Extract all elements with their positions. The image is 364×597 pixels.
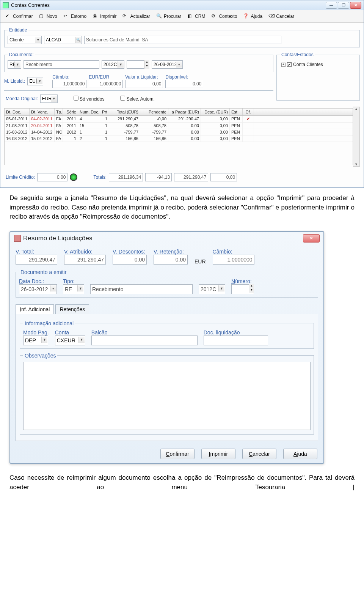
dialog-title: Resumo de Liquidações	[23, 235, 92, 242]
paragraph-2: Caso necessite de reimprimir algum docum…	[0, 468, 364, 498]
grid-documentos[interactable]: Dt. Doc. Dt. Venc. Tp. Série Num. Doc. P…	[4, 108, 353, 165]
modo-pag[interactable]	[23, 336, 48, 345]
vret	[154, 255, 188, 265]
btn-ajuda[interactable]: Ajuda	[283, 449, 317, 459]
conta[interactable]	[55, 336, 85, 345]
print-icon: 🖶	[93, 13, 99, 19]
table-row[interactable]: 16-03-201215-04-2012FA121156,86156,860,0…	[5, 135, 353, 142]
vtotal-label: V. Total:	[16, 249, 34, 255]
vdesc-label: V. Descontos:	[113, 249, 145, 255]
btn-cancelar[interactable]: Cancelar	[242, 449, 276, 459]
tipo[interactable]	[63, 284, 84, 294]
limite-credito-label: Limite Crédito:	[6, 175, 35, 180]
cambio	[213, 255, 254, 265]
observacoes-textarea[interactable]	[23, 362, 311, 430]
spin-up-icon[interactable]: ▲	[249, 284, 254, 288]
crm-icon: ◧	[187, 13, 193, 19]
cambio-label: Câmbio:	[52, 74, 69, 80]
window-title: Contas Correntes	[11, 2, 326, 8]
tb-novo[interactable]: ▢Novo	[36, 12, 60, 21]
mliquid-moeda[interactable]	[27, 77, 43, 85]
vatrib-label: V. Atribuído:	[64, 249, 93, 255]
cb-selec-autom[interactable]: Selec. Autom.	[120, 96, 154, 102]
vtotal	[16, 255, 57, 265]
tabs: Inf. Adicional Retenções	[16, 304, 318, 314]
minimize-button[interactable]: —	[326, 2, 337, 9]
grid-header: Dt. Doc. Dt. Venc. Tp. Série Num. Doc. P…	[5, 109, 353, 116]
tb-cancelar[interactable]: ⌫Cancelar	[266, 12, 297, 21]
tb-ajuda[interactable]: ❓Ajuda	[240, 12, 265, 21]
entidade-codigo[interactable]	[44, 36, 82, 44]
total-4	[210, 173, 237, 181]
total-2	[145, 173, 172, 181]
tb-estorno[interactable]: ↩Estorno	[61, 12, 89, 21]
doc-data[interactable]	[152, 60, 183, 69]
vatrib	[64, 255, 106, 265]
search-icon: 🔍	[156, 13, 162, 19]
fieldset-entidade: Entidade ▼ 🔍	[4, 27, 360, 47]
tb-procurar[interactable]: 🔍Procurar	[154, 12, 184, 21]
conta-label: Conta	[55, 329, 69, 336]
restore-button[interactable]: ❐	[338, 2, 349, 9]
info-ad-legend: Informação adicional	[23, 320, 75, 326]
scroll-down-icon[interactable]: ▼	[355, 162, 358, 166]
help-icon: ❓	[243, 13, 249, 19]
dialog-close-button[interactable]: ✕	[303, 234, 320, 243]
entidade-nome	[84, 36, 281, 44]
vret-label: V. Retenção:	[154, 249, 184, 255]
scrollbar[interactable]: ▲▼	[353, 107, 360, 167]
scroll-up-icon[interactable]: ▲	[355, 107, 358, 111]
data-doc-label: Data Doc.:	[19, 278, 44, 284]
fieldset-info-adicional: Informação adicional Modo Pag. ▼ Conta ▼…	[20, 320, 314, 349]
doc-serie[interactable]	[102, 60, 124, 69]
fieldset-contas-estados: Contas/Estados + ✔ Conta Clientes	[276, 52, 360, 101]
balcao[interactable]	[91, 336, 198, 345]
valor-liquidar	[125, 80, 163, 88]
titlebar[interactable]: Contas Correntes — ❐ ✕	[0, 0, 364, 10]
tree-node-label: Conta Clientes	[293, 62, 323, 67]
close-button[interactable]: ✕	[350, 2, 361, 9]
data-doc[interactable]	[19, 284, 57, 294]
cb-so-vencidos[interactable]: Só vencidos	[74, 96, 105, 102]
doc-tp[interactable]	[8, 60, 21, 69]
btn-imprimir[interactable]: Imprimir	[201, 449, 235, 459]
doc-tp-desc	[24, 60, 99, 69]
refresh-icon: ⟳	[122, 13, 129, 19]
tree-contas[interactable]: + ✔ Conta Clientes	[280, 60, 356, 69]
spin-up-icon[interactable]: ▲	[144, 60, 149, 65]
moeda-orig[interactable]	[40, 95, 58, 103]
table-row[interactable]: 21-03-201120-04-2011FA2011151508,78508,7…	[5, 123, 353, 129]
tb-actualizar[interactable]: ⟳Actualizar	[120, 12, 153, 21]
new-icon: ▢	[39, 13, 45, 19]
btn-confirmar[interactable]: Confirmar	[160, 449, 195, 459]
tb-crm[interactable]: ◧CRM	[185, 12, 208, 21]
tab-inf-adicional[interactable]: Inf. Adicional	[16, 304, 54, 314]
expand-icon[interactable]: +	[281, 63, 286, 67]
spin-down-icon[interactable]: ▼	[249, 288, 254, 293]
modo-pag-label: Modo Pag.	[23, 329, 49, 336]
spin-down-icon[interactable]: ▼	[144, 65, 149, 69]
dialog-resumo-liquidacoes: Resumo de Liquidações ✕ V. Total: V. Atr…	[9, 231, 324, 464]
balcao-label: Balcão	[91, 329, 108, 336]
app-icon	[14, 235, 21, 242]
serie[interactable]	[199, 284, 225, 294]
doc-emitir-legend: Documento a emitir	[19, 269, 68, 275]
tab-retencoes[interactable]: Retenções	[55, 304, 89, 314]
check-icon: ✔	[5, 13, 11, 19]
total-3	[174, 173, 208, 181]
doc-liquidacao[interactable]	[204, 336, 268, 345]
mliquid-label: M. Liquid.:	[4, 79, 25, 84]
app-icon	[3, 2, 9, 8]
moeda-orig-label: Moeda Original:	[6, 96, 38, 101]
disponivel-label: Disponível:	[165, 74, 188, 80]
valor-liquidar-label: Valor a Liquidar:	[125, 74, 158, 80]
dialog-titlebar[interactable]: Resumo de Liquidações ✕	[10, 232, 323, 245]
table-row[interactable]: 15-03-201214-04-2012NC201211-759,77-759,…	[5, 129, 353, 135]
paragraph-1: De seguida surge a janela "Resumo de Liq…	[0, 188, 364, 227]
table-row[interactable]: 05-01-201104-02-2011FA201141291.290,47-0…	[5, 116, 353, 123]
checkbox-icon[interactable]: ✔	[287, 62, 292, 67]
tb-confirmar[interactable]: ✔Confirmar	[3, 12, 36, 21]
tb-contexto[interactable]: ⚙Contexto	[209, 12, 240, 21]
entidade-tipo[interactable]	[8, 36, 42, 44]
tb-imprimir[interactable]: 🖶Imprimir	[90, 12, 119, 21]
